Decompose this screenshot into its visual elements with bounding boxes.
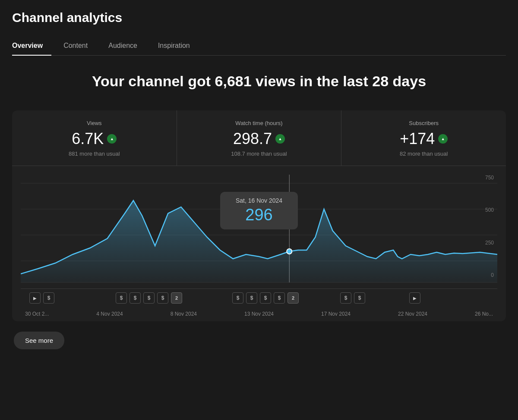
- x-label-7: 26 No...: [475, 311, 493, 317]
- views-value: 6.7K: [72, 130, 104, 148]
- x-label-4: 13 Nov 2024: [244, 311, 274, 317]
- shorts-icon-4[interactable]: $: [143, 292, 155, 304]
- watchtime-sub: 108.7 more than usual: [190, 150, 328, 157]
- tab-overview[interactable]: Overview: [12, 38, 51, 56]
- icons-group-3: $ $ $ $ 2: [232, 292, 300, 304]
- icons-group-2: $ $ $ $ 2: [116, 292, 183, 304]
- page-title: Channel analytics: [12, 10, 506, 25]
- subscribers-label: Subscribers: [354, 120, 493, 126]
- icons-group-5: ▶: [409, 292, 422, 304]
- shorts-icon-1[interactable]: $: [43, 292, 54, 304]
- stat-watchtime: Watch time (hours) 298.7 108.7 more than…: [177, 110, 342, 166]
- shorts-icon-11[interactable]: $: [354, 292, 365, 304]
- play-icon-2[interactable]: ▶: [409, 292, 420, 304]
- svg-point-7: [287, 249, 292, 254]
- shorts-icon-3[interactable]: $: [130, 292, 141, 304]
- headline-text: Your channel got 6,681 views in the last…: [12, 69, 506, 98]
- chart-svg: [21, 175, 497, 287]
- tab-content[interactable]: Content: [63, 38, 96, 56]
- page-wrapper: Channel analytics Overview Content Audie…: [0, 0, 518, 420]
- views-sub: 881 more than usual: [25, 150, 164, 157]
- tab-audience[interactable]: Audience: [108, 38, 146, 56]
- x-axis-labels: 30 Oct 2... 4 Nov 2024 8 Nov 2024 13 Nov…: [21, 307, 497, 317]
- tabs-nav: Overview Content Audience Inspiration: [12, 37, 506, 56]
- badge-2-icon-2[interactable]: 2: [287, 292, 299, 304]
- stat-views: Views 6.7K 881 more than usual: [12, 110, 177, 166]
- shorts-icon-6[interactable]: $: [232, 292, 243, 304]
- icons-group-1: ▶ $: [29, 292, 56, 304]
- tab-inspiration[interactable]: Inspiration: [158, 38, 199, 56]
- shorts-icon-7[interactable]: $: [246, 292, 257, 304]
- play-icon-1[interactable]: ▶: [29, 292, 41, 304]
- subscribers-value-row: +174: [354, 130, 493, 148]
- x-label-6: 22 Nov 2024: [398, 311, 427, 317]
- x-label-1: 30 Oct 2...: [25, 311, 49, 317]
- chart-wrapper: Sat, 16 Nov 2024 296: [21, 175, 497, 287]
- shorts-icon-5[interactable]: $: [157, 292, 168, 304]
- shorts-icon-10[interactable]: $: [340, 292, 351, 304]
- stat-subscribers: Subscribers +174 82 more than usual: [341, 110, 506, 166]
- views-trend-icon: [107, 134, 117, 144]
- see-more-button[interactable]: See more: [14, 332, 64, 349]
- badge-2-icon-1[interactable]: 2: [171, 292, 182, 304]
- x-label-5: 17 Nov 2024: [321, 311, 351, 317]
- chart-area: Sat, 16 Nov 2024 296: [12, 166, 506, 321]
- views-label: Views: [25, 120, 164, 126]
- stats-row: Views 6.7K 881 more than usual Watch tim…: [12, 110, 506, 166]
- watchtime-trend-icon: [275, 134, 285, 144]
- icons-group-4: $ $: [340, 292, 366, 304]
- subscribers-trend-icon: [438, 134, 448, 144]
- x-label-2: 4 Nov 2024: [96, 311, 123, 317]
- watchtime-value: 298.7: [233, 130, 272, 148]
- svg-marker-6: [21, 201, 497, 282]
- shorts-icon-2[interactable]: $: [116, 292, 127, 304]
- subscribers-value: +174: [400, 130, 435, 148]
- watchtime-value-row: 298.7: [190, 130, 328, 148]
- subscribers-sub: 82 more than usual: [354, 150, 493, 157]
- x-label-3: 8 Nov 2024: [171, 311, 197, 317]
- watchtime-label: Watch time (hours): [190, 120, 328, 126]
- shorts-icon-9[interactable]: $: [274, 292, 285, 304]
- analytics-card: Views 6.7K 881 more than usual Watch tim…: [12, 110, 506, 321]
- views-value-row: 6.7K: [25, 130, 164, 148]
- shorts-icon-8[interactable]: $: [260, 292, 271, 304]
